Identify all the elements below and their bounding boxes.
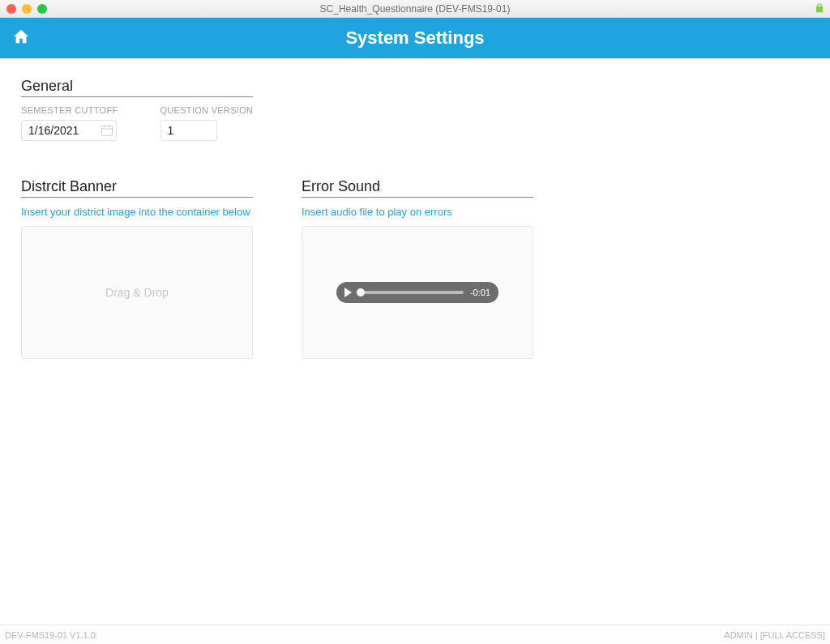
help-error-sound: Insert audio file to play on errors	[302, 206, 533, 218]
label-semester-cutoff: SEMESTER CUTTOFF	[21, 105, 118, 115]
content-area: General SEMESTER CUTTOFF QUESTION VERSIO…	[0, 58, 830, 378]
audio-scrubber-thumb[interactable]	[357, 288, 365, 296]
window-titlebar: SC_Health_Questionnaire (DEV-FMS19-01)	[0, 0, 830, 18]
district-banner-dropzone[interactable]: Drag & Drop	[21, 226, 253, 359]
section-title-district-banner: Distrcit Banner	[21, 178, 253, 198]
home-icon	[12, 28, 30, 49]
page-title: System Settings	[345, 28, 484, 49]
label-question-version: QUESTION VERSION	[160, 105, 254, 115]
field-semester-cutoff: SEMESTER CUTTOFF	[21, 105, 118, 141]
footer-version: DEV-FMS19-01 V1.1.0	[5, 630, 96, 640]
section-error-sound: Error Sound Insert audio file to play on…	[302, 178, 533, 359]
traffic-lights	[6, 4, 47, 14]
section-general: General SEMESTER CUTTOFF QUESTION VERSIO…	[21, 78, 809, 141]
dropzone-placeholder: Drag & Drop	[105, 286, 169, 299]
section-title-general: General	[21, 78, 253, 97]
home-button[interactable]	[11, 28, 31, 48]
audio-time-remaining: -0:01	[470, 288, 490, 297]
help-district-banner: Insert your district image into the cont…	[21, 206, 253, 218]
window-title: SC_Health_Questionnaire (DEV-FMS19-01)	[320, 3, 511, 15]
input-question-version[interactable]	[160, 120, 217, 141]
section-title-error-sound: Error Sound	[302, 178, 533, 198]
status-footer: DEV-FMS19-01 V1.1.0 ADMIN | [FULL ACCESS…	[0, 625, 830, 644]
audio-scrubber[interactable]	[358, 291, 464, 294]
audio-player: -0:01	[336, 282, 498, 303]
error-sound-dropzone[interactable]: -0:01	[302, 226, 533, 359]
lock-icon	[814, 2, 825, 16]
footer-access: ADMIN | [FULL ACCESS]	[724, 630, 825, 640]
window-zoom-button[interactable]	[37, 4, 47, 14]
field-question-version: QUESTION VERSION	[160, 105, 254, 141]
audio-play-button[interactable]	[344, 288, 352, 297]
window-close-button[interactable]	[6, 4, 16, 14]
app-header: System Settings	[0, 18, 830, 58]
window-minimize-button[interactable]	[22, 4, 32, 14]
section-district-banner: Distrcit Banner Insert your district ima…	[21, 178, 253, 359]
input-semester-cutoff[interactable]	[21, 120, 117, 141]
